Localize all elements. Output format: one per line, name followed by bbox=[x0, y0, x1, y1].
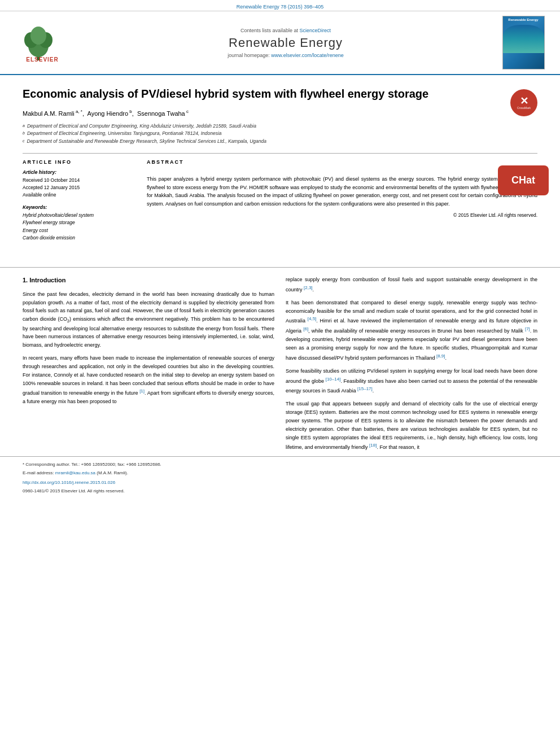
crossmark-text: CrossMark bbox=[517, 106, 531, 110]
author-2: Ayong Hiendro bbox=[88, 110, 129, 117]
journal-cover: Renewable Energy bbox=[502, 16, 545, 69]
article-title: Economic analysis of PV/diesel hybrid sy… bbox=[23, 86, 429, 101]
svg-point-5 bbox=[30, 27, 46, 45]
abstract-col: ABSTRACT This paper analyzes a hybrid en… bbox=[147, 159, 537, 248]
journal-ref: Renewable Energy 78 (2015) 398–405 bbox=[237, 4, 324, 10]
keyword-1: Hybrid photovoltaic/diesel system bbox=[23, 212, 135, 220]
keyword-3: Energy cost bbox=[23, 227, 135, 235]
body-left-col: 1. Introduction Since the past few decad… bbox=[23, 276, 274, 456]
keywords-list: Hybrid photovoltaic/diesel system Flywhe… bbox=[23, 212, 135, 242]
journal-title-area: Contents lists available at ScienceDirec… bbox=[79, 16, 492, 69]
elsevier-logo: ELSEVIER bbox=[17, 23, 68, 63]
elsevier-logo-area: ELSEVIER bbox=[11, 16, 73, 69]
journal-cover-wave bbox=[503, 25, 544, 53]
ref-10-14[interactable]: [10–14] bbox=[326, 377, 341, 382]
keyword-2: Flywheel energy storage bbox=[23, 219, 135, 227]
journal-title: Renewable Energy bbox=[229, 36, 343, 50]
email-name: (M.A.M. Ramli). bbox=[97, 470, 128, 475]
accepted-line: Accepted 12 January 2015 bbox=[23, 184, 135, 191]
chat-button[interactable]: CHat bbox=[498, 165, 549, 195]
sciencedirect-link[interactable]: ScienceDirect bbox=[300, 28, 331, 33]
affil-b: b Department of Electrical Engineering, … bbox=[23, 130, 537, 138]
affiliations: a Department of Electrical and Computer … bbox=[23, 123, 537, 146]
sciencedirect-line: Contents lists available at ScienceDirec… bbox=[240, 28, 331, 33]
section-divider bbox=[0, 267, 560, 268]
abstract-heading: ABSTRACT bbox=[147, 159, 537, 165]
ref-8-9[interactable]: [8,9] bbox=[436, 353, 445, 359]
history-title: Article history: bbox=[23, 169, 135, 175]
author-3: Ssennoga Twaha bbox=[137, 110, 185, 117]
right-para-1: replace supply energy from combustion of… bbox=[286, 276, 537, 294]
footnote-corresponding: * Corresponding author. Tel.: +966 12695… bbox=[23, 461, 537, 468]
article-info-col: ARTICLE INFO Article history: Received 1… bbox=[23, 159, 135, 248]
journal-cover-title: Renewable Energy bbox=[507, 16, 539, 22]
received-line: Received 10 October 2014 bbox=[23, 177, 135, 184]
ref-7[interactable]: [7] bbox=[525, 326, 530, 331]
copyright-line: © 2015 Elsevier Ltd. All rights reserved… bbox=[147, 212, 537, 218]
journal-cover-area: Renewable Energy bbox=[498, 16, 549, 69]
affil-c: c Department of Sustainable and Renewabl… bbox=[23, 138, 537, 146]
keywords-block: Keywords: Hybrid photovoltaic/diesel sys… bbox=[23, 204, 135, 242]
ref-1[interactable]: [1] bbox=[139, 388, 145, 394]
body-section: 1. Introduction Since the past few decad… bbox=[0, 276, 560, 456]
journal-header-bar: Renewable Energy 78 (2015) 398–405 bbox=[0, 0, 560, 11]
footnote-section: * Corresponding author. Tel.: +966 12695… bbox=[0, 456, 560, 493]
right-para-3: Some feasibility studies on utilizing PV… bbox=[286, 367, 537, 396]
ref-4-5[interactable]: [4,5] bbox=[308, 316, 317, 321]
homepage-link[interactable]: www.elsevier.com/locate/renene bbox=[271, 53, 344, 58]
footnote-email: E-mail address: mramli@kau.edu.sa (M.A.M… bbox=[23, 470, 537, 477]
homepage-line: journal homepage: www.elsevier.com/locat… bbox=[228, 53, 344, 58]
authors-line: Makbul A.M. Ramli a, *, Ayong Hiendro b,… bbox=[23, 109, 537, 117]
intro-para-2: In recent years, many efforts have been … bbox=[23, 354, 274, 406]
abstract-text: This paper analyzes a hybrid energy syst… bbox=[147, 175, 537, 208]
journal-header: ELSEVIER Contents lists available at Sci… bbox=[0, 11, 560, 75]
ref-18[interactable]: [18] bbox=[369, 443, 377, 448]
email-link[interactable]: mramli@kau.edu.sa bbox=[55, 470, 95, 475]
ref-2-3[interactable]: [2,3] bbox=[304, 285, 313, 290]
available-online-line: Available online bbox=[23, 191, 135, 199]
article-main: ✕ CrossMark Economic analysis of PV/dies… bbox=[0, 75, 560, 259]
ref-6[interactable]: [6] bbox=[303, 326, 308, 331]
article-info-heading: ARTICLE INFO bbox=[23, 159, 135, 165]
intro-para-1: Since the past few decades, electricity … bbox=[23, 290, 274, 350]
issn-line: 0960-1481/© 2015 Elsevier Ltd. All right… bbox=[23, 488, 537, 493]
doi-line[interactable]: http://dx.doi.org/10.1016/j.renene.2015.… bbox=[23, 480, 537, 485]
body-right-col: replace supply energy from combustion of… bbox=[286, 276, 537, 456]
keyword-4: Carbon dioxide emission bbox=[23, 234, 135, 242]
article-info-abstract: ARTICLE INFO Article history: Received 1… bbox=[23, 153, 537, 248]
affil-a: a Department of Electrical and Computer … bbox=[23, 123, 537, 130]
crossmark-badge[interactable]: ✕ CrossMark bbox=[510, 89, 537, 116]
keywords-title: Keywords: bbox=[23, 204, 135, 210]
svg-text:ELSEVIER: ELSEVIER bbox=[26, 56, 58, 63]
author-1: Makbul A.M. Ramli bbox=[23, 110, 75, 117]
doi-link[interactable]: http://dx.doi.org/10.1016/j.renene.2015.… bbox=[23, 480, 115, 485]
right-para-4: The usual gap that appears between suppl… bbox=[286, 400, 537, 452]
right-para-2: It has been demonstrated that compared t… bbox=[286, 299, 537, 362]
ref-15-17[interactable]: [15–17] bbox=[357, 386, 373, 391]
intro-heading: 1. Introduction bbox=[23, 276, 274, 286]
crossmark-area[interactable]: ✕ CrossMark bbox=[510, 89, 537, 116]
article-history-block: Article history: Received 10 October 201… bbox=[23, 169, 135, 198]
